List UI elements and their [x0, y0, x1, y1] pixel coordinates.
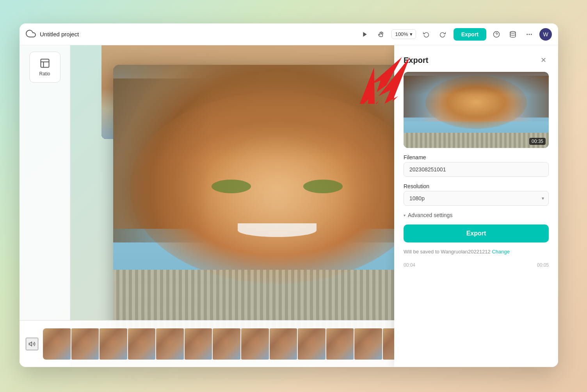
timeline-frame-12	[354, 328, 382, 360]
video-main-image	[113, 65, 441, 338]
main-content: Ratio	[20, 45, 558, 367]
dialog-close-button[interactable]: ✕	[538, 55, 549, 66]
redo-button[interactable]	[436, 28, 449, 41]
save-info: Will be saved to Wangruolan20221212 Chan…	[404, 249, 549, 255]
timeline-frame-8	[241, 328, 269, 360]
timeline-frame-1	[43, 328, 71, 360]
ratio-label: Ratio	[39, 71, 50, 77]
time-start: 00:04	[404, 262, 415, 268]
timeline-frame-5	[156, 328, 184, 360]
left-sidebar: Ratio	[20, 45, 70, 367]
export-action-button[interactable]: Export	[404, 225, 549, 242]
svg-marker-13	[29, 342, 32, 346]
zoom-chevron-icon: ▾	[410, 31, 413, 37]
timeline-frame-2	[71, 328, 99, 360]
cloud-icon	[26, 29, 36, 40]
svg-marker-0	[363, 32, 367, 37]
svg-point-5	[529, 34, 530, 35]
filename-section: Filename	[404, 154, 549, 177]
zoom-value: 100%	[395, 31, 408, 37]
app-container: Untitled project 100% ▾	[20, 23, 558, 367]
svg-point-3	[510, 31, 516, 33]
advanced-settings-toggle[interactable]: ▾ Advanced settings	[404, 212, 549, 218]
zoom-control[interactable]: 100% ▾	[391, 29, 416, 39]
toolbar-center: 100% ▾	[359, 28, 448, 41]
advanced-chevron-icon: ▾	[404, 213, 406, 217]
storage-button[interactable]	[507, 28, 519, 41]
volume-button[interactable]	[26, 338, 38, 350]
resolution-section: Resolution 720p 1080p 2K 4K ▾	[404, 183, 549, 206]
svg-rect-7	[41, 59, 49, 68]
resolution-select-wrapper: 720p 1080p 2K 4K ▾	[404, 191, 549, 206]
thumbnail-duration: 00:35	[529, 138, 546, 145]
red-arrow-pointer	[355, 53, 402, 92]
timeline-frame-6	[185, 328, 212, 360]
help-button[interactable]	[490, 28, 503, 41]
timeline-frame-7	[213, 328, 240, 360]
filename-label: Filename	[404, 154, 549, 160]
preview-area: Export ✕ 00:3	[70, 45, 558, 367]
toolbar: Untitled project 100% ▾	[20, 23, 558, 45]
ratio-button[interactable]: Ratio	[29, 52, 60, 83]
timeline-frame-3	[100, 328, 127, 360]
time-end: 00:05	[537, 262, 549, 268]
dialog-header: Export ✕	[404, 55, 549, 66]
video-main-frame	[113, 65, 441, 338]
time-markers: 00:04 00:05	[404, 262, 549, 268]
export-dialog: Export ✕ 00:3	[394, 45, 558, 367]
advanced-settings-label: Advanced settings	[408, 212, 452, 218]
undo-button[interactable]	[420, 28, 432, 41]
timeline-frame-10	[298, 328, 326, 360]
svg-marker-12	[371, 57, 402, 92]
export-thumbnail: 00:35	[404, 72, 549, 148]
project-title: Untitled project	[40, 31, 79, 37]
thumbnail-image	[404, 72, 549, 148]
resolution-label: Resolution	[404, 183, 549, 189]
filename-input[interactable]	[404, 162, 549, 177]
toolbar-right: Export W	[454, 28, 552, 41]
hand-tool-button[interactable]	[375, 28, 388, 41]
more-options-button[interactable]	[523, 28, 535, 41]
change-link[interactable]: Change	[492, 249, 510, 255]
export-button[interactable]: Export	[454, 28, 486, 41]
avatar[interactable]: W	[539, 28, 552, 41]
play-button[interactable]	[359, 28, 371, 41]
timeline-frame-4	[128, 328, 156, 360]
svg-point-4	[527, 34, 528, 35]
toolbar-left: Untitled project	[26, 29, 354, 40]
timeline-frame-11	[326, 328, 354, 360]
svg-point-6	[531, 34, 532, 35]
timeline-frame-9	[270, 328, 297, 360]
save-info-text: Will be saved to Wangruolan20221212	[404, 249, 491, 255]
resolution-select[interactable]: 720p 1080p 2K 4K	[404, 191, 549, 206]
